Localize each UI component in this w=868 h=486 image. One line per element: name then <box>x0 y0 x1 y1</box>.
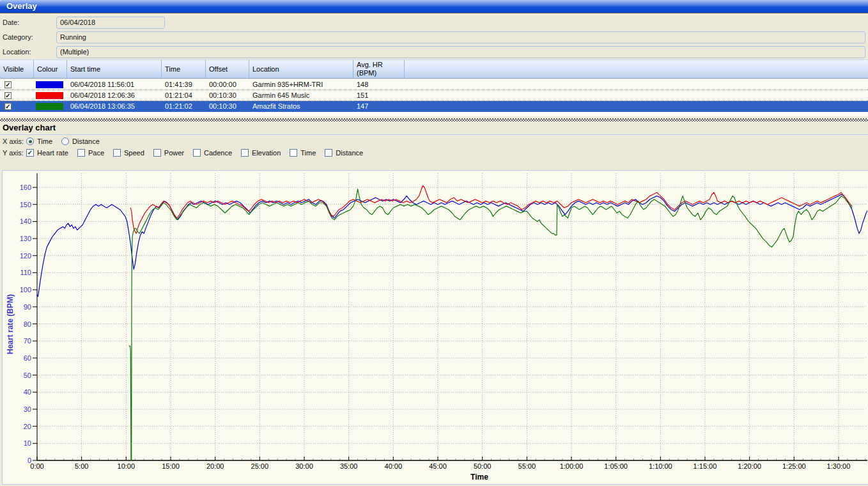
time-cell: 01:41:39 <box>162 81 206 88</box>
svg-text:1:00:00: 1:00:00 <box>560 462 584 470</box>
checkbox-icon[interactable] <box>193 149 201 157</box>
option-label: Power <box>164 149 184 157</box>
radio-distance[interactable] <box>61 137 69 145</box>
offset-cell: 00:10:30 <box>206 91 249 99</box>
y-axis-option-row: Y axis: ✓Heart ratePaceSpeedPowerCadence… <box>0 148 868 158</box>
avg-hr-cell: 147 <box>353 102 405 110</box>
y-axis-option-power: Power <box>153 149 184 157</box>
svg-text:160: 160 <box>20 184 31 191</box>
start-time-cell: 06/04/2018 12:06:36 <box>67 91 162 99</box>
visible-cell: ✓ <box>0 81 34 88</box>
y-axis-option-speed: Speed <box>113 149 144 157</box>
checkbox-icon[interactable] <box>77 149 85 157</box>
avg-hr-cell: 151 <box>353 91 405 99</box>
colour-swatch <box>36 92 63 99</box>
location-field[interactable]: (Multiple) <box>56 46 865 58</box>
svg-text:5:00: 5:00 <box>75 462 88 470</box>
y-axis-option-heart-rate: ✓Heart rate <box>26 149 68 157</box>
checkbox-checked-icon[interactable]: ✓ <box>4 103 12 110</box>
svg-text:50:00: 50:00 <box>474 462 492 470</box>
radio-time[interactable] <box>26 137 34 145</box>
column-header-avg[interactable]: Avg. HR (BPM) <box>353 60 405 78</box>
svg-text:30: 30 <box>24 405 31 413</box>
chart-tick-labels: 0102030405060708090100110120130140150160… <box>20 184 851 470</box>
checkbox-icon[interactable] <box>290 149 297 157</box>
y-axis-title: Heart rate (BPM) <box>6 294 15 354</box>
table-row[interactable]: ✓06/04/2018 13:06:3501:21:0200:10:30Amaz… <box>0 101 868 112</box>
checkbox-icon[interactable] <box>325 149 332 157</box>
column-header-offset[interactable]: Offset <box>206 60 249 78</box>
start-time-cell: 06/04/2018 11:56:01 <box>67 81 162 88</box>
svg-text:30:00: 30:00 <box>295 462 313 470</box>
option-label: Time <box>300 149 316 157</box>
offset-cell: 00:00:00 <box>206 81 249 88</box>
location-label: Location: <box>3 48 31 56</box>
column-header-start[interactable]: Start time <box>67 60 162 78</box>
series-line-garmin-935-hrm-tri <box>37 194 867 297</box>
panel-title: Overlay <box>0 0 37 13</box>
colour-cell <box>34 81 67 88</box>
category-row: Category: Running <box>0 31 868 43</box>
option-label: Elevation <box>252 149 281 157</box>
option-label: Time <box>37 137 52 145</box>
x-axis-option-row: X axis: TimeDistance <box>0 136 868 146</box>
option-label: Heart rate <box>37 149 68 157</box>
column-header-time[interactable]: Time <box>162 60 206 78</box>
option-label: Speed <box>124 149 144 157</box>
checkbox-icon[interactable] <box>241 149 249 157</box>
splitter-handle[interactable] <box>0 118 868 122</box>
svg-text:90: 90 <box>24 303 31 311</box>
svg-text:40: 40 <box>24 388 31 396</box>
y-axis-option-elevation: Elevation <box>241 149 281 157</box>
svg-text:10: 10 <box>24 439 31 447</box>
activity-table: ✓06/04/2018 11:56:0101:41:3900:00:00Garm… <box>0 79 868 116</box>
svg-text:20:00: 20:00 <box>206 462 224 470</box>
table-row[interactable]: ✓06/04/2018 12:06:3601:21:0400:10:30Garm… <box>0 90 868 101</box>
colour-swatch <box>36 81 63 88</box>
start-time-cell: 06/04/2018 13:06:35 <box>67 102 162 110</box>
svg-text:140: 140 <box>20 217 31 225</box>
column-header-colour[interactable]: Colour <box>34 60 67 78</box>
time-cell: 01:21:02 <box>162 102 206 110</box>
x-axis-title: Time <box>470 473 488 482</box>
category-label: Category: <box>3 33 33 41</box>
y-axis-option-distance: Distance <box>325 149 363 157</box>
table-row[interactable]: ✓06/04/2018 11:56:0101:41:3900:00:00Garm… <box>0 79 868 90</box>
radio-dot-icon <box>29 140 32 143</box>
date-field[interactable]: 06/04/2018 <box>56 17 165 29</box>
svg-text:1:30:00: 1:30:00 <box>827 462 851 470</box>
date-label: Date: <box>3 19 19 26</box>
checkbox-checked-icon[interactable]: ✓ <box>26 149 34 157</box>
x-axis-option-time: Time <box>26 137 52 145</box>
chart-series <box>37 185 867 460</box>
svg-text:45:00: 45:00 <box>429 462 447 470</box>
svg-text:55:00: 55:00 <box>518 462 536 470</box>
visible-cell: ✓ <box>0 92 34 99</box>
colour-swatch <box>36 103 63 110</box>
colour-cell <box>34 92 67 99</box>
svg-text:120: 120 <box>20 252 31 260</box>
checkbox-checked-icon[interactable]: ✓ <box>4 81 12 88</box>
checkbox-icon[interactable] <box>113 149 121 157</box>
panel-titlebar: Overlay <box>0 0 868 13</box>
svg-text:25:00: 25:00 <box>251 462 269 470</box>
svg-text:150: 150 <box>20 201 31 208</box>
offset-cell: 00:10:30 <box>206 102 249 110</box>
checkbox-checked-icon[interactable]: ✓ <box>4 92 12 99</box>
checkbox-icon[interactable] <box>153 149 161 157</box>
avg-hr-cell: 148 <box>353 81 405 88</box>
option-label: Pace <box>88 149 104 157</box>
svg-text:50: 50 <box>24 372 31 379</box>
y-axis-option-cadence: Cadence <box>193 149 232 157</box>
column-header-visible[interactable]: Visible <box>0 60 34 78</box>
overlay-chart-title: Overlay chart <box>0 122 56 134</box>
svg-text:40:00: 40:00 <box>385 462 403 470</box>
svg-text:1:25:00: 1:25:00 <box>782 462 806 470</box>
column-header-filler <box>405 60 868 78</box>
visible-cell: ✓ <box>0 103 34 110</box>
x-axis-label: X axis: <box>0 137 26 145</box>
svg-text:60: 60 <box>24 354 31 362</box>
column-header-location[interactable]: Location <box>249 60 353 78</box>
category-field[interactable]: Running <box>56 31 865 43</box>
y-axis-option-time: Time <box>290 149 316 157</box>
